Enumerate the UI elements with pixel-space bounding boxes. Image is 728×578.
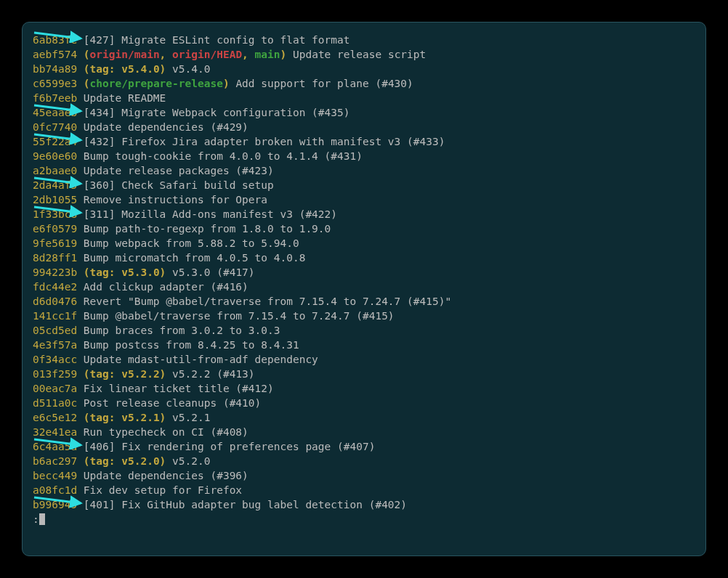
ref-tag: tag: v5.2.0 — [90, 455, 160, 467]
commit-row: 9fe5619 Bump webpack from 5.88.2 to 5.94… — [33, 236, 695, 251]
commit-hash: 05cd5ed — [33, 325, 77, 336]
commit-hash: b6ac297 — [33, 455, 77, 467]
ref-local: chore/prepare-release — [90, 78, 223, 89]
ref-tag: tag: v5.2.2 — [90, 368, 160, 380]
commit-row: 00eac7a Fix linear ticket title (#412) — [33, 381, 695, 396]
commit-row: d511a0c Post release cleanups (#410) — [33, 396, 695, 410]
pager-prompt[interactable]: : — [33, 512, 695, 526]
commit-message: [432] Firefox Jira adapter broken with m… — [84, 136, 445, 147]
commit-row: 4e3f57a Bump postcss from 8.4.25 to 8.4.… — [33, 338, 695, 352]
commit-row: 55f22a4 [432] Firefox Jira adapter broke… — [33, 134, 695, 149]
commit-hash: 55f22a4 — [33, 136, 77, 147]
commit-message: Fix dev setup for Firefox — [84, 484, 242, 496]
commit-row: fdc44e2 Add clickup adapter (#416) — [33, 280, 695, 294]
commit-message: [427] Migrate ESLint config to flat form… — [84, 34, 350, 46]
commit-message: v5.2.2 (#413) — [172, 368, 255, 380]
commit-hash: a2baae0 — [33, 165, 77, 176]
commit-message: v5.2.1 — [172, 412, 210, 423]
git-log-output: 6ab83fe [427] Migrate ESLint config to f… — [33, 33, 695, 512]
commit-hash: 4e3f57a — [33, 339, 77, 351]
commit-hash: e6f0579 — [33, 223, 77, 235]
commit-hash: fdc44e2 — [33, 281, 77, 293]
commit-hash: 9fe5619 — [33, 237, 77, 249]
commit-hash: c6599e3 — [33, 78, 77, 89]
commit-hash: 45eaaeb — [33, 107, 77, 118]
commit-row: 141cc1f Bump @babel/traverse from 7.15.4… — [33, 309, 695, 323]
commit-message: Add support for plane (#430) — [235, 78, 413, 89]
commit-row: b6ac297 (tag: v5.2.0) v5.2.0 — [33, 454, 695, 468]
ref-tag: tag: v5.2.1 — [90, 412, 160, 423]
commit-hash: 9e60e60 — [33, 150, 77, 162]
commit-row: f6b7eeb Update README — [33, 91, 695, 105]
commit-message: Bump postcss from 8.4.25 to 8.4.31 — [84, 339, 299, 351]
commit-row: bb74a89 (tag: v5.4.0) v5.4.0 — [33, 62, 695, 76]
commit-hash: 1f33bc8 — [33, 208, 77, 220]
commit-message: [401] Fix GitHub adapter bug label detec… — [84, 499, 407, 510]
commit-hash: 2db1055 — [33, 194, 77, 205]
commit-message: Fix linear ticket title (#412) — [84, 383, 274, 394]
commit-row: 2da4af5 [360] Check Safari build setup — [33, 178, 695, 192]
commit-hash: 8d28ff1 — [33, 252, 77, 264]
commit-row: 8d28ff1 Bump micromatch from 4.0.5 to 4.… — [33, 251, 695, 265]
commit-message: Add clickup adapter (#416) — [84, 281, 248, 293]
ref-local: main — [255, 49, 280, 60]
commit-hash: 32e41ea — [33, 426, 77, 438]
commit-message: Update release script — [293, 49, 426, 60]
commit-row: 05cd5ed Bump braces from 3.0.2 to 3.0.3 — [33, 323, 695, 338]
ref-tag: tag: v5.3.0 — [90, 266, 160, 278]
commit-row: a2baae0 Update release packages (#423) — [33, 163, 695, 178]
commit-row: a08fc1d Fix dev setup for Firefox — [33, 483, 695, 497]
commit-message: Update dependencies (#396) — [84, 470, 248, 481]
commit-message: Update README — [84, 92, 166, 104]
commit-message: Remove instructions for Opera — [84, 194, 267, 205]
commit-row: b996949 [401] Fix GitHub adapter bug lab… — [33, 497, 695, 512]
commit-message: Bump braces from 3.0.2 to 3.0.3 — [84, 325, 280, 336]
commit-hash: 0fc7740 — [33, 121, 77, 133]
commit-row: 1f33bc8 [311] Mozilla Add-ons manifest v… — [33, 207, 695, 221]
commit-message: Post release cleanups (#410) — [84, 397, 261, 409]
ref-tag: tag: v5.4.0 — [90, 63, 160, 75]
commit-hash: d6d0476 — [33, 296, 77, 307]
commit-hash: bb74a89 — [33, 63, 77, 75]
commit-row: 0f34acc Update mdast-util-from-adf depen… — [33, 352, 695, 367]
commit-row: 013f259 (tag: v5.2.2) v5.2.2 (#413) — [33, 367, 695, 381]
commit-message: Bump webpack from 5.88.2 to 5.94.0 — [84, 237, 299, 249]
commit-message: Bump micromatch from 4.0.5 to 4.0.8 — [84, 252, 306, 264]
commit-row: becc449 Update dependencies (#396) — [33, 468, 695, 483]
ref-remote: origin/HEAD — [172, 49, 242, 60]
commit-hash: 6ab83fe — [33, 34, 77, 46]
commit-row: 6c4aa5a [406] Fix rendering of preferenc… — [33, 439, 695, 454]
commit-message: v5.2.0 — [172, 455, 210, 467]
commit-message: Bump tough-cookie from 4.0.0 to 4.1.4 (#… — [84, 150, 363, 162]
commit-hash: 6c4aa5a — [33, 441, 77, 452]
commit-message: Revert "Bump @babel/traverse from 7.15.4… — [84, 296, 451, 307]
commit-message: Update mdast-util-from-adf dependency — [84, 354, 318, 365]
commit-row: e6c5e12 (tag: v5.2.1) v5.2.1 — [33, 410, 695, 425]
commit-message: Bump @babel/traverse from 7.15.4 to 7.24… — [84, 310, 395, 322]
commit-hash: b996949 — [33, 499, 77, 510]
commit-message: [311] Mozilla Add-ons manifest v3 (#422) — [84, 208, 337, 220]
commit-row: c6599e3 (chore/prepare-release) Add supp… — [33, 76, 695, 91]
commit-hash: 141cc1f — [33, 310, 77, 322]
commit-hash: f6b7eeb — [33, 92, 77, 104]
commit-row: d6d0476 Revert "Bump @babel/traverse fro… — [33, 294, 695, 309]
commit-row: 9e60e60 Bump tough-cookie from 4.0.0 to … — [33, 149, 695, 163]
commit-hash: 994223b — [33, 266, 77, 278]
commit-row: 45eaaeb [434] Migrate Webpack configurat… — [33, 105, 695, 120]
commit-message: [360] Check Safari build setup — [84, 179, 274, 191]
commit-row: 32e41ea Run typecheck on CI (#408) — [33, 425, 695, 439]
cursor — [39, 513, 45, 525]
commit-hash: a08fc1d — [33, 484, 77, 496]
commit-message: v5.3.0 (#417) — [172, 266, 255, 278]
commit-message: Bump path-to-regexp from 1.8.0 to 1.9.0 — [84, 223, 331, 235]
commit-message: [406] Fix rendering of preferences page … — [84, 441, 376, 452]
commit-hash: becc449 — [33, 470, 77, 481]
commit-hash: e6c5e12 — [33, 412, 77, 423]
commit-hash: aebf574 — [33, 49, 77, 60]
commit-message: [434] Migrate Webpack configuration (#43… — [84, 107, 350, 118]
commit-hash: 013f259 — [33, 368, 77, 380]
commit-hash: 00eac7a — [33, 383, 77, 394]
terminal-window[interactable]: 6ab83fe [427] Migrate ESLint config to f… — [22, 22, 706, 556]
commit-row: aebf574 (origin/main, origin/HEAD, main)… — [33, 47, 695, 62]
commit-row: e6f0579 Bump path-to-regexp from 1.8.0 t… — [33, 221, 695, 236]
